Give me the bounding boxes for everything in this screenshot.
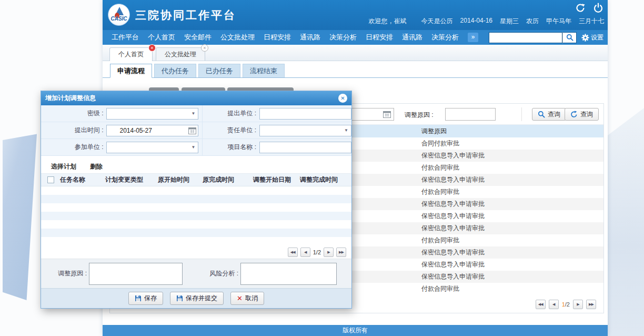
propose-time-label: 提出时间 : — [41, 126, 106, 135]
propose-unit-input[interactable] — [259, 108, 351, 120]
dialog-button-bar: 保存 保存并提交 ✕ 取消 — [41, 288, 351, 308]
filter-reason-input[interactable] — [445, 108, 496, 121]
adjust-reason-textarea[interactable] — [89, 263, 183, 285]
close-tab-icon[interactable]: × — [201, 44, 208, 52]
background-diagonal-right — [608, 108, 644, 336]
propose-time-input[interactable]: 2014-05-27 — [106, 125, 198, 136]
nav-item-schedule-2[interactable]: 日程安排 — [366, 33, 393, 42]
plan-grid-empty-row — [41, 220, 351, 229]
search-icon — [566, 34, 573, 41]
cancel-button[interactable]: ✕ 取消 — [230, 292, 264, 305]
app-header: CASIC 三院协同工作平台 欢迎您，崔斌 今天是公历 2014-04-16 星… — [103, 0, 608, 30]
delete-link[interactable]: 删除 — [90, 162, 103, 171]
close-tab-icon[interactable]: × — [148, 44, 156, 52]
save-button[interactable]: 保存 — [128, 292, 163, 305]
page-first-icon[interactable]: ◀◀ — [536, 300, 546, 309]
chevron-down-icon: ▼ — [344, 128, 348, 133]
dialog-bottom-form: 调整原因 : 风险分析 : — [41, 259, 351, 288]
join-unit-select[interactable]: ▼ — [106, 142, 198, 153]
dialog-title: 增加计划调整信息 — [45, 94, 96, 103]
refresh-icon[interactable] — [575, 3, 586, 13]
filter-separator — [521, 107, 522, 121]
adjust-reason-label: 调整原因 : — [41, 269, 89, 278]
propose-unit-label: 提出单位 : — [203, 109, 259, 118]
page-next-icon[interactable]: ▶ — [573, 300, 583, 309]
duty-unit-label: 责任单位 : — [203, 126, 259, 135]
window-tab-label: 公文批处理 — [165, 51, 196, 58]
col-task-name: 任务名称 — [60, 175, 105, 184]
search-button[interactable] — [562, 32, 577, 43]
main-nav: 工作平台 个人首页 安全邮件 公文批处理 日程安排 通讯路 决策分析 日程安排 … — [103, 30, 608, 45]
search-icon — [538, 111, 545, 118]
nav-item-decision-analysis-2[interactable]: 决策分析 — [431, 33, 459, 42]
window-tab-label: 个人首页 — [118, 51, 144, 58]
chevron-down-icon: ▼ — [192, 111, 196, 116]
nav-item-contacts-2[interactable]: 通讯路 — [402, 33, 422, 42]
process-tab-bar: 申请流程 代办任务 已办任务 流程结束 — [103, 61, 608, 78]
dialog-spacer — [41, 156, 351, 160]
total-pages: /2 — [565, 301, 570, 308]
nav-item-personal-home[interactable]: 个人首页 — [148, 33, 175, 42]
col-adjust-start: 调整开始日期 — [253, 175, 300, 184]
casic-logo: CASIC — [108, 4, 130, 26]
col-change-type: 计划变更类型 — [105, 175, 158, 184]
page-indicator: 1/2 — [313, 249, 321, 255]
copyright-footer: 版权所有 — [103, 325, 608, 336]
page-next-icon[interactable]: ▶ — [324, 248, 334, 257]
window-tab-document-batch[interactable]: 公文批处理 × — [156, 47, 205, 61]
secrecy-label: 密级 : — [41, 109, 106, 118]
nav-item-document-batch[interactable]: 公文批处理 — [220, 33, 255, 42]
dialog-form: 密级 : ▼ 提出单位 : 提出时间 : 2014-05-27 — [41, 105, 351, 156]
nav-item-work-platform[interactable]: 工作平台 — [112, 33, 139, 42]
risk-analysis-textarea[interactable] — [240, 263, 337, 285]
nav-item-secure-mail[interactable]: 安全邮件 — [184, 33, 212, 42]
col-orig-finish: 原完成时间 — [203, 175, 253, 184]
col-adjust-finish: 调整完成时间 — [300, 175, 351, 184]
save-icon — [176, 295, 183, 302]
secrecy-select[interactable]: ▼ — [106, 108, 198, 120]
plan-grid-pagination: ◀◀ ◀ 1/2 ▶ ▶▶ — [41, 245, 351, 259]
tab-done-tasks[interactable]: 已办任务 — [198, 64, 240, 77]
calendar-icon[interactable] — [383, 111, 391, 118]
window-tab-personal-home[interactable]: 个人首页 × — [109, 47, 153, 61]
settings-label: 设置 — [591, 33, 603, 42]
plan-grid-empty-row — [41, 195, 351, 203]
dialog-close-icon[interactable]: ✕ — [338, 94, 347, 103]
save-icon — [135, 295, 142, 302]
page-prev-icon[interactable]: ◀ — [300, 248, 310, 257]
project-name-input[interactable] — [259, 142, 351, 153]
select-plan-link[interactable]: 选择计划 — [51, 162, 76, 171]
global-search-input[interactable] — [489, 32, 562, 43]
tab-todo-tasks[interactable]: 代办任务 — [154, 64, 196, 77]
power-icon[interactable] — [593, 3, 603, 13]
save-and-submit-button[interactable]: 保存并提交 — [170, 292, 224, 305]
lunar-label: 农历 — [526, 17, 539, 26]
nav-item-decision-analysis[interactable]: 决策分析 — [329, 33, 357, 42]
plan-grid-empty-row — [41, 237, 351, 245]
page-last-icon[interactable]: ▶▶ — [336, 248, 346, 257]
save-submit-button-label: 保存并提交 — [186, 294, 217, 303]
page-first-icon[interactable]: ◀◀ — [288, 248, 298, 257]
tab-process-finished[interactable]: 流程结束 — [243, 64, 285, 77]
calendar-icon[interactable] — [188, 127, 196, 134]
reset-button-label: 查询 — [580, 110, 593, 119]
plan-grid-empty-row — [41, 203, 351, 212]
plan-grid-body — [41, 186, 351, 245]
reset-query-button[interactable]: 查询 — [565, 108, 599, 121]
tab-apply-process[interactable]: 申请流程 — [110, 64, 152, 78]
nav-more-chevron-icon[interactable]: » — [468, 33, 478, 42]
settings-button[interactable]: 设置 — [581, 33, 603, 42]
query-button-label: 查询 — [548, 110, 560, 119]
duty-unit-select[interactable]: ▼ — [259, 125, 351, 136]
nav-item-schedule[interactable]: 日程安排 — [264, 33, 291, 42]
page-last-icon[interactable]: ▶▶ — [586, 300, 596, 309]
welcome-text: 欢迎您，崔斌 — [369, 17, 407, 26]
select-all-checkbox[interactable] — [47, 176, 54, 183]
page-prev-icon[interactable]: ◀ — [549, 300, 559, 309]
logo-text: CASIC — [108, 16, 129, 22]
window-tab-bar: 个人首页 × 公文批处理 × — [103, 45, 608, 61]
cancel-button-label: 取消 — [245, 294, 258, 303]
nav-item-contacts[interactable]: 通讯路 — [300, 33, 320, 42]
query-button[interactable]: 查询 — [532, 108, 566, 121]
lunar-day: 三月十七 — [579, 17, 604, 26]
